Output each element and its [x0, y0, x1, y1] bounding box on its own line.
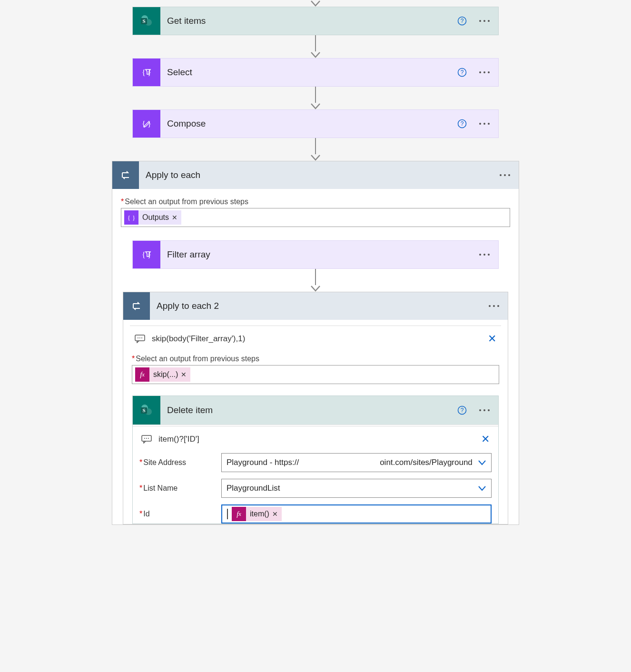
svg-point-31	[148, 438, 149, 439]
more-menu[interactable]	[478, 119, 491, 128]
close-icon[interactable]: ✕	[488, 333, 496, 345]
compose-icon: {}	[133, 110, 160, 138]
loop-apply-to-each: Apply to each *Select an output from pre…	[112, 161, 519, 525]
input-site-address[interactable]: Playground - https:// oint.com/sites/Pla…	[221, 453, 492, 472]
connector	[310, 87, 321, 109]
step-title: Compose	[160, 110, 457, 138]
chevron-down-icon[interactable]	[478, 460, 486, 465]
step-header[interactable]: S Delete item ?	[133, 396, 498, 425]
step-compose[interactable]: {} Compose ?	[132, 109, 499, 138]
svg-text:?: ?	[461, 69, 464, 76]
input-select-output[interactable]: {} Outputs ✕	[121, 208, 510, 227]
chevron-down-icon[interactable]	[478, 485, 486, 491]
close-icon[interactable]: ✕	[481, 433, 490, 445]
param-label: Id	[143, 510, 149, 518]
step-delete-item: S Delete item ?	[132, 395, 499, 524]
help-icon[interactable]: ?	[457, 16, 467, 26]
step-title: Select	[160, 59, 457, 86]
loop-header[interactable]: Apply to each	[112, 161, 519, 189]
arrow-down-icon	[310, 154, 321, 161]
svg-point-21	[141, 337, 142, 338]
token-outputs[interactable]: {} Outputs ✕	[124, 210, 181, 225]
more-menu[interactable]	[478, 16, 491, 26]
sharepoint-icon: S	[133, 7, 160, 35]
comment-row: skip(body('Filter_array'),1) ✕	[130, 326, 501, 348]
token-label: skip(...)	[152, 370, 178, 379]
svg-point-29	[144, 438, 145, 439]
svg-text:S: S	[142, 18, 145, 24]
field-label-select-output: *Select an output from previous steps	[132, 355, 499, 363]
token-label: item()	[249, 510, 269, 518]
step-get-items[interactable]: S Get items ?	[132, 7, 499, 35]
help-icon[interactable]: ?	[457, 68, 467, 77]
more-menu[interactable]	[478, 405, 491, 415]
help-icon[interactable]: ?	[457, 119, 467, 128]
more-menu[interactable]	[499, 170, 511, 180]
more-menu[interactable]	[478, 250, 491, 259]
param-site-address: *Site Address Playground - https:// oint…	[139, 453, 492, 472]
svg-text:?: ?	[461, 18, 464, 24]
token-remove-icon[interactable]: ✕	[181, 371, 187, 378]
step-title: Delete item	[160, 396, 457, 425]
loop-icon	[123, 292, 150, 320]
loop-title: Apply to each	[139, 161, 499, 189]
token-skip-expression[interactable]: fx skip(...) ✕	[135, 367, 190, 382]
param-list-name: *List Name PlaygroundList	[139, 479, 492, 498]
svg-point-20	[139, 337, 140, 338]
loop-title: Apply to each 2	[150, 292, 488, 320]
fx-icon: fx	[232, 507, 246, 521]
svg-point-30	[146, 438, 147, 439]
loop-icon	[112, 161, 139, 189]
help-icon[interactable]: ?	[457, 405, 467, 415]
connector	[310, 138, 321, 161]
comment-text: skip(body('Filter_array'),1)	[152, 334, 481, 344]
step-filter-array[interactable]: {} Filter array	[132, 240, 499, 269]
comment-text: item()?['ID']	[158, 435, 474, 444]
svg-text:?: ?	[461, 120, 464, 127]
loop-header[interactable]: Apply to each 2	[123, 292, 508, 320]
svg-text:}: }	[148, 120, 151, 128]
more-menu[interactable]	[478, 68, 491, 77]
sharepoint-icon: S	[133, 396, 160, 425]
step-select[interactable]: {} Select ?	[132, 58, 499, 87]
arrow-down-icon	[310, 51, 321, 58]
connector	[310, 35, 321, 58]
step-title: Filter array	[160, 241, 478, 268]
loop-apply-to-each-2: Apply to each 2 skip(body('Filter_array'…	[123, 292, 508, 524]
svg-point-19	[138, 337, 138, 338]
compose-token-icon: {}	[124, 210, 138, 225]
param-label: Site Address	[143, 458, 186, 467]
input-value: PlaygroundList	[227, 484, 280, 493]
comment-icon	[141, 435, 152, 444]
svg-text:{: {	[142, 251, 146, 259]
input-id[interactable]: fx item() ✕	[221, 504, 492, 524]
svg-text:}: }	[148, 251, 151, 259]
svg-text:S: S	[142, 407, 145, 413]
input-value: Playground - https:// oint.com/sites/Pla…	[227, 458, 473, 467]
param-label: List Name	[143, 484, 177, 493]
step-title: Get items	[160, 7, 457, 35]
input-select-output-2[interactable]: fx skip(...) ✕	[132, 365, 499, 384]
svg-text:}: }	[132, 215, 135, 221]
field-label-select-output: *Select an output from previous steps	[121, 198, 510, 206]
arrow-down-icon	[310, 103, 321, 109]
svg-text:}: }	[148, 69, 151, 77]
arrow-down-icon	[310, 0, 321, 7]
token-label: Outputs	[141, 213, 169, 222]
more-menu[interactable]	[488, 301, 500, 311]
svg-text:?: ?	[461, 407, 464, 414]
token-item-expression[interactable]: fx item() ✕	[232, 507, 282, 521]
arrow-down-icon	[310, 285, 321, 292]
token-remove-icon[interactable]: ✕	[172, 214, 177, 221]
svg-text:{: {	[142, 69, 146, 77]
input-list-name[interactable]: PlaygroundList	[221, 479, 492, 498]
fx-icon: fx	[135, 367, 149, 382]
token-remove-icon[interactable]: ✕	[272, 510, 278, 518]
param-id: *Id fx item() ✕	[139, 504, 492, 524]
connector-top	[310, 0, 321, 7]
svg-text:{: {	[128, 215, 130, 221]
connector	[310, 269, 321, 292]
comment-icon	[135, 335, 145, 343]
filter-icon: {}	[133, 241, 160, 268]
select-icon: {}	[133, 59, 160, 86]
